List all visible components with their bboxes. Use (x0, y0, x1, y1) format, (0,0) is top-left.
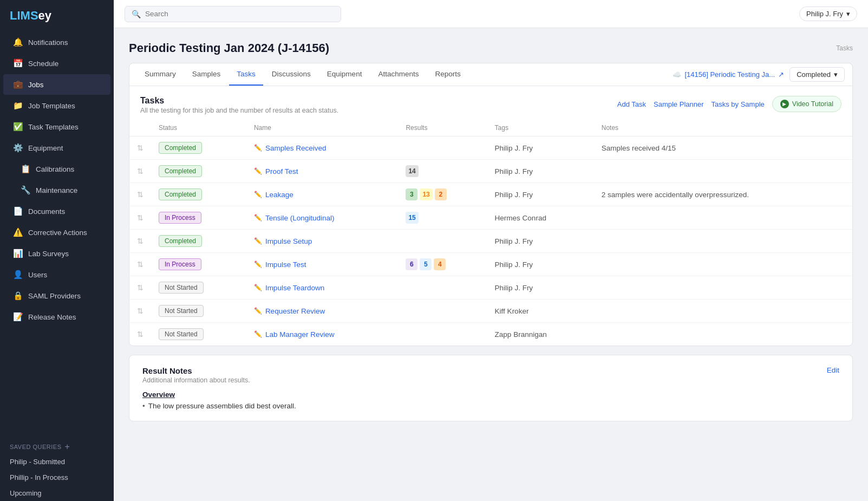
drag-handle[interactable]: ⇅ (137, 237, 143, 245)
status-badge: Completed (159, 188, 202, 200)
sidebar-item-label-lab-surveys: Lab Surveys (28, 250, 69, 258)
tab-attachments[interactable]: Attachments (370, 63, 426, 86)
status-dropdown-label: Completed (797, 70, 831, 79)
task-notes: Samples received 4/15 (594, 136, 852, 160)
tab-summary[interactable]: Summary (137, 63, 184, 86)
result-notes-edit-link[interactable]: Edit (827, 366, 839, 374)
sidebar-item-label-release-notes: Release Notes (28, 313, 76, 321)
sidebar-item-jobs[interactable]: 💼Jobs (3, 74, 110, 95)
corrective-actions-icon: ⚠️ (13, 227, 23, 237)
task-link[interactable]: ✏️Samples Received (254, 144, 391, 152)
status-dropdown[interactable]: Completed ▾ (789, 67, 845, 82)
user-chevron-icon: ▾ (846, 10, 850, 18)
task-link[interactable]: ✏️Tensile (Longitudinal) (254, 214, 391, 222)
saml-providers-icon: 🔒 (13, 291, 23, 301)
task-link[interactable]: ✏️Leakage (254, 191, 391, 199)
table-row: ⇅In Process✏️Tensile (Longitudinal)15Her… (129, 206, 852, 230)
sidebar-item-label-jobs: Jobs (28, 81, 44, 89)
table-row: ⇅Not Started✏️Impulse TeardownPhilip J. … (129, 276, 852, 300)
drag-handle[interactable]: ⇅ (137, 283, 143, 292)
sidebar-item-lab-surveys[interactable]: 📊Lab Surveys (3, 243, 110, 264)
task-notes (594, 206, 852, 230)
release-notes-icon: 📝 (13, 312, 23, 322)
sidebar-item-maintenance[interactable]: 🔧Maintenance (3, 180, 110, 200)
col-status: Status (151, 120, 246, 136)
add-task-link[interactable]: Add Task (617, 100, 646, 108)
sidebar-item-equipment[interactable]: ⚙️Equipment (3, 138, 110, 158)
result-badge: 4 (434, 258, 446, 270)
main-area: 🔍 Philip J. Fry ▾ Periodic Testing Jan 2… (114, 0, 868, 501)
sidebar-item-calibrations[interactable]: 📋Calibrations (3, 159, 110, 179)
external-link-icon: ↗ (778, 70, 784, 79)
drag-handle[interactable]: ⇅ (137, 307, 143, 315)
user-pill[interactable]: Philip J. Fry ▾ (799, 6, 857, 21)
status-badge: Completed (159, 235, 202, 247)
task-notes (594, 300, 852, 323)
sidebar-item-notifications[interactable]: 🔔Notifications (3, 32, 110, 53)
task-link[interactable]: ✏️Impulse Setup (254, 237, 391, 245)
tasks-by-sample-link[interactable]: Tasks by Sample (712, 100, 765, 108)
drag-handle[interactable]: ⇅ (137, 167, 143, 175)
sidebar-item-label-job-templates: Job Templates (28, 102, 75, 110)
saved-query-phillip-in-process[interactable]: Phillip - In Process (0, 470, 114, 485)
search-wrap[interactable]: 🔍 (125, 6, 341, 22)
sidebar-item-schedule[interactable]: 📅Schedule (3, 53, 110, 74)
saved-query-philip-submitted[interactable]: Philip - Submitted (0, 454, 114, 470)
table-row: ⇅Completed✏️Leakage3132Philip J. Fry2 sa… (129, 183, 852, 206)
tab-tasks[interactable]: Tasks (229, 63, 263, 86)
app-logo[interactable]: LIMSey (0, 0, 114, 31)
job-templates-icon: 📁 (13, 101, 23, 110)
sidebar-item-saml-providers[interactable]: 🔒SAML Providers (3, 285, 110, 306)
sidebar-item-documents[interactable]: 📄Documents (3, 201, 110, 222)
task-link[interactable]: ✏️Lab Manager Review (254, 330, 391, 339)
cloud-icon: ☁️ (673, 70, 681, 79)
sidebar-item-corrective-actions[interactable]: ⚠️Corrective Actions (3, 222, 110, 243)
task-tags: Philip J. Fry (487, 136, 594, 160)
edit-icon: ✏️ (254, 167, 262, 175)
tab-samples[interactable]: Samples (185, 63, 229, 86)
task-notes (594, 253, 852, 276)
table-row: ⇅Completed✏️Proof Test14Philip J. Fry (129, 160, 852, 183)
job-cloud-link[interactable]: ☁️ [14156] Periodic Testing Ja... ↗ (673, 70, 784, 79)
overview-item: •The low pressure assemblies did best ov… (142, 402, 839, 410)
task-link[interactable]: ✏️Impulse Test (254, 261, 391, 269)
topbar: 🔍 Philip J. Fry ▾ (114, 0, 868, 28)
sidebar-item-job-templates[interactable]: 📁Job Templates (3, 95, 110, 116)
result-notes-card: Result Notes Additional information abou… (129, 355, 853, 421)
task-link[interactable]: ✏️Impulse Teardown (254, 284, 391, 292)
col-notes: Notes (594, 120, 852, 136)
tabs-right: ☁️ [14156] Periodic Testing Ja... ↗ Comp… (673, 64, 845, 85)
task-link[interactable]: ✏️Requester Review (254, 307, 391, 315)
saved-queries-list: Philip - SubmittedPhillip - In ProcessUp… (0, 454, 114, 501)
tab-equipment[interactable]: Equipment (319, 63, 370, 86)
sidebar-item-task-templates[interactable]: ✅Task Templates (3, 116, 110, 137)
status-badge: Completed (159, 165, 202, 177)
drag-handle[interactable]: ⇅ (137, 190, 143, 199)
task-tags: Philip J. Fry (487, 276, 594, 300)
add-saved-query-button[interactable]: + (65, 442, 70, 452)
edit-icon: ✏️ (254, 214, 262, 222)
task-name: Samples Received (265, 144, 327, 152)
drag-handle[interactable]: ⇅ (137, 330, 143, 339)
equipment-icon: ⚙️ (13, 143, 23, 153)
drag-handle[interactable]: ⇅ (137, 260, 143, 269)
result-notes-subtitle: Additional information about results. (142, 376, 250, 384)
task-link[interactable]: ✏️Proof Test (254, 167, 391, 175)
task-tags: Philip J. Fry (487, 230, 594, 253)
content-area: Periodic Testing Jan 2024 (J-14156) Task… (114, 28, 868, 501)
tasks-table-head: Status Name Results Tags Notes (129, 120, 852, 136)
sample-planner-link[interactable]: Sample Planner (654, 100, 704, 108)
tab-discussions[interactable]: Discussions (264, 63, 318, 86)
drag-handle[interactable]: ⇅ (137, 213, 143, 222)
sidebar-item-users[interactable]: 👤Users (3, 264, 110, 285)
col-name: Name (246, 120, 399, 136)
video-tutorial-button[interactable]: ▶ Video Tutorial (772, 96, 841, 112)
task-tags: Philip J. Fry (487, 160, 594, 183)
search-input[interactable] (145, 10, 334, 18)
result-badge: 5 (420, 258, 432, 270)
overview-item-text: The low pressure assemblies did best ove… (148, 402, 296, 410)
drag-handle[interactable]: ⇅ (137, 144, 143, 152)
sidebar-item-release-notes[interactable]: 📝Release Notes (3, 307, 110, 327)
saved-query-upcoming[interactable]: Upcoming (0, 485, 114, 501)
tab-reports[interactable]: Reports (427, 63, 468, 86)
